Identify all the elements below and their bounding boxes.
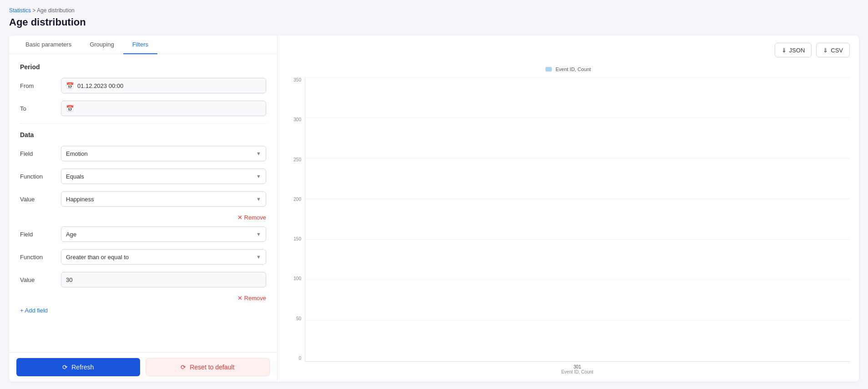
filter2-field-label: Field: [20, 231, 61, 238]
right-panel: ⇓ JSON ⇓ CSV Event ID, Count: [278, 36, 859, 382]
filter2-remove-label: Remove: [244, 295, 266, 302]
from-input[interactable]: 📅: [61, 78, 266, 93]
json-label: JSON: [789, 47, 805, 54]
calendar-icon: 📅: [66, 82, 74, 89]
json-export-button[interactable]: ⇓ JSON: [775, 43, 812, 57]
filter2-value-label: Value: [20, 276, 61, 283]
tab-grouping[interactable]: Grouping: [81, 36, 123, 54]
legend-color-box: [545, 67, 552, 72]
y-label-50: 50: [296, 316, 301, 321]
calendar-icon-to: 📅: [66, 105, 74, 112]
chart-legend: Event ID, Count: [287, 67, 850, 72]
x-icon-2: ✕: [237, 295, 242, 302]
filter2-value-input[interactable]: [61, 272, 266, 287]
filter1-field-value: Emotion: [66, 150, 88, 157]
filter2-remove-button[interactable]: ✕ Remove: [20, 295, 266, 302]
x-icon: ✕: [237, 214, 242, 221]
refresh-icon: ⟳: [62, 363, 68, 371]
grid-line-150: [305, 239, 850, 240]
chevron-down-icon-5: ▼: [256, 254, 261, 260]
filter1-field-row: Field Emotion ▼: [20, 146, 266, 161]
filter1-remove-button[interactable]: ✕ Remove: [20, 214, 266, 221]
y-label-300: 300: [293, 117, 301, 122]
export-toolbar: ⇓ JSON ⇓ CSV: [287, 43, 850, 57]
download-icon: ⇓: [782, 47, 787, 54]
filter-block-2: Field Age ▼ Function Greater than or equ…: [20, 226, 266, 302]
breadcrumb: Statistics > Age distribution: [9, 7, 859, 14]
x-value-label: 301: [561, 364, 594, 369]
left-panel: Basic parameters Grouping Filters Period…: [9, 36, 278, 382]
refresh-label: Refresh: [71, 363, 94, 371]
chevron-down-icon-4: ▼: [256, 231, 261, 237]
data-section-title: Data: [20, 131, 266, 138]
page-title: Age distribution: [9, 16, 859, 28]
reset-button[interactable]: ⟳ Reset to default: [146, 358, 270, 376]
to-row: To 📅: [20, 101, 266, 116]
filter1-value-value: Happiness: [66, 196, 94, 203]
chevron-down-icon-2: ▼: [256, 174, 261, 179]
filter2-value-row: Value: [20, 272, 266, 287]
filter1-field-select[interactable]: Emotion ▼: [61, 146, 266, 161]
filter2-function-select[interactable]: Greater than or equal to ▼: [61, 249, 266, 265]
filter2-field-row: Field Age ▼: [20, 226, 266, 242]
tab-basic-parameters[interactable]: Basic parameters: [16, 36, 81, 54]
filter-block-1: Field Emotion ▼ Function Equals ▼: [20, 146, 266, 221]
filter2-function-row: Function Greater than or equal to ▼: [20, 249, 266, 265]
breadcrumb-parent[interactable]: Statistics: [9, 7, 31, 14]
filter1-field-label: Field: [20, 150, 61, 157]
breadcrumb-separator: >: [32, 7, 35, 14]
csv-export-button[interactable]: ⇓ CSV: [816, 43, 850, 57]
grid-line-300: [305, 118, 850, 118]
x-axis: 301 Event ID, Count: [305, 362, 850, 374]
filter2-function-value: Greater than or equal to: [66, 254, 129, 261]
filter2-value-field[interactable]: [66, 276, 261, 283]
y-label-350: 350: [293, 77, 301, 82]
grid-line-100: [305, 280, 850, 280]
tab-bar: Basic parameters Grouping Filters: [9, 36, 277, 54]
tab-filters[interactable]: Filters: [123, 36, 157, 54]
csv-label: CSV: [831, 47, 843, 54]
y-label-0: 0: [298, 356, 301, 361]
filter1-function-label: Function: [20, 173, 61, 180]
filter2-field-value: Age: [66, 231, 76, 238]
period-section-title: Period: [20, 63, 266, 71]
filter1-function-select[interactable]: Equals ▼: [61, 169, 266, 184]
filter2-field-select[interactable]: Age ▼: [61, 226, 266, 242]
y-label-250: 250: [293, 157, 301, 162]
reset-label: Reset to default: [190, 363, 234, 371]
add-field-button[interactable]: + Add field: [20, 307, 266, 314]
from-row: From 📅: [20, 78, 266, 93]
grid-line-250: [305, 158, 850, 159]
filter1-remove-label: Remove: [244, 214, 266, 221]
filter1-value-select[interactable]: Happiness ▼: [61, 191, 266, 207]
grid-line-350: [305, 77, 850, 77]
download-icon-csv: ⇓: [823, 47, 828, 54]
filter1-value-row: Value Happiness ▼: [20, 191, 266, 207]
y-axis: 350 300 250 200 150 100 50 0: [287, 77, 305, 374]
chevron-down-icon-3: ▼: [256, 196, 261, 202]
y-label-150: 150: [293, 236, 301, 241]
filter1-function-row: Function Equals ▼: [20, 169, 266, 184]
chart-grid: [305, 77, 850, 362]
chart-body: 350 300 250 200 150 100 50 0: [287, 77, 850, 374]
y-label-200: 200: [293, 197, 301, 202]
filter2-function-label: Function: [20, 254, 61, 261]
from-date-field[interactable]: [77, 82, 261, 89]
filter1-value-label: Value: [20, 196, 61, 203]
y-label-100: 100: [293, 276, 301, 281]
from-label: From: [20, 82, 61, 89]
panel-footer: ⟳ Refresh ⟳ Reset to default: [9, 352, 277, 382]
legend-label: Event ID, Count: [555, 67, 591, 72]
to-input[interactable]: 📅: [61, 101, 266, 116]
to-label: To: [20, 105, 61, 112]
add-field-label: + Add field: [20, 307, 48, 314]
filter1-function-value: Equals: [66, 173, 84, 180]
chart-area: Event ID, Count 350 300 250 200 150 100 …: [287, 67, 850, 374]
x-axis-label: 301 Event ID, Count: [561, 364, 594, 374]
breadcrumb-current: Age distribution: [37, 7, 75, 14]
grid-line-50: [305, 320, 850, 321]
reset-icon: ⟳: [181, 363, 186, 371]
refresh-button[interactable]: ⟳ Refresh: [16, 358, 140, 376]
chevron-down-icon: ▼: [256, 151, 261, 156]
x-sublabel: Event ID, Count: [561, 369, 594, 374]
